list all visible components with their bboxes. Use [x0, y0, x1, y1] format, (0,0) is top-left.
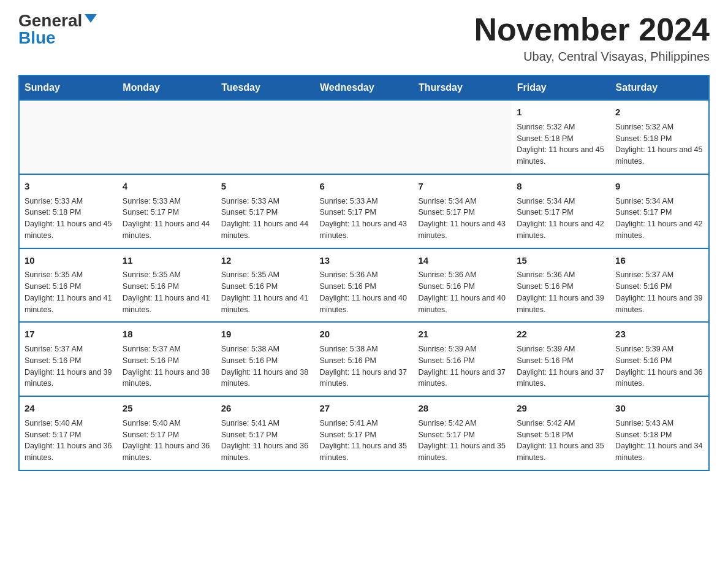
day-info: Sunrise: 5:33 AM Sunset: 5:17 PM Dayligh… [123, 196, 211, 242]
calendar-cell: 19Sunrise: 5:38 AM Sunset: 5:16 PM Dayli… [216, 322, 315, 396]
day-number: 11 [123, 254, 211, 267]
day-number: 28 [418, 402, 507, 415]
calendar-cell: 14Sunrise: 5:36 AM Sunset: 5:16 PM Dayli… [413, 248, 512, 323]
day-info: Sunrise: 5:35 AM Sunset: 5:16 PM Dayligh… [221, 269, 310, 315]
day-number: 2 [615, 105, 703, 119]
day-info: Sunrise: 5:35 AM Sunset: 5:16 PM Dayligh… [123, 269, 211, 315]
calendar-table: SundayMondayTuesdayWednesdayThursdayFrid… [18, 75, 710, 471]
col-header-sunday: Sunday [19, 75, 118, 100]
day-info: Sunrise: 5:32 AM Sunset: 5:18 PM Dayligh… [517, 121, 605, 167]
day-info: Sunrise: 5:34 AM Sunset: 5:17 PM Dayligh… [517, 196, 605, 242]
calendar-cell: 25Sunrise: 5:40 AM Sunset: 5:17 PM Dayli… [118, 396, 216, 470]
day-number: 16 [615, 254, 703, 267]
calendar-cell: 12Sunrise: 5:35 AM Sunset: 5:16 PM Dayli… [216, 248, 315, 323]
day-info: Sunrise: 5:42 AM Sunset: 5:18 PM Dayligh… [517, 418, 605, 464]
col-header-wednesday: Wednesday [315, 75, 414, 100]
calendar-cell: 26Sunrise: 5:41 AM Sunset: 5:17 PM Dayli… [216, 396, 315, 470]
day-number: 5 [221, 180, 310, 193]
day-info: Sunrise: 5:33 AM Sunset: 5:17 PM Dayligh… [320, 196, 409, 242]
day-number: 10 [25, 254, 113, 267]
logo-general-text: General [18, 12, 82, 29]
day-info: Sunrise: 5:39 AM Sunset: 5:16 PM Dayligh… [418, 343, 507, 389]
day-info: Sunrise: 5:38 AM Sunset: 5:16 PM Dayligh… [320, 343, 409, 389]
calendar-cell: 8Sunrise: 5:34 AM Sunset: 5:17 PM Daylig… [512, 174, 610, 248]
day-info: Sunrise: 5:34 AM Sunset: 5:17 PM Dayligh… [615, 196, 703, 242]
calendar-cell: 7Sunrise: 5:34 AM Sunset: 5:17 PM Daylig… [413, 174, 512, 248]
day-info: Sunrise: 5:36 AM Sunset: 5:16 PM Dayligh… [418, 269, 507, 315]
day-number: 13 [320, 254, 409, 267]
logo: General Blue [18, 12, 97, 47]
title-block: November 2024 Ubay, Central Visayas, Phi… [474, 12, 710, 64]
calendar-cell: 20Sunrise: 5:38 AM Sunset: 5:16 PM Dayli… [315, 322, 414, 396]
day-info: Sunrise: 5:39 AM Sunset: 5:16 PM Dayligh… [517, 343, 605, 389]
calendar-cell [315, 100, 414, 174]
day-info: Sunrise: 5:37 AM Sunset: 5:16 PM Dayligh… [123, 343, 211, 389]
calendar-cell: 24Sunrise: 5:40 AM Sunset: 5:17 PM Dayli… [19, 396, 118, 470]
calendar-cell: 10Sunrise: 5:35 AM Sunset: 5:16 PM Dayli… [19, 248, 118, 323]
calendar-cell: 9Sunrise: 5:34 AM Sunset: 5:17 PM Daylig… [610, 174, 709, 248]
calendar-week-row: 17Sunrise: 5:37 AM Sunset: 5:16 PM Dayli… [19, 322, 709, 396]
day-info: Sunrise: 5:41 AM Sunset: 5:17 PM Dayligh… [320, 418, 409, 464]
day-number: 17 [25, 327, 113, 341]
day-number: 4 [123, 180, 211, 193]
day-number: 26 [221, 402, 310, 415]
calendar-cell: 16Sunrise: 5:37 AM Sunset: 5:16 PM Dayli… [610, 248, 709, 323]
calendar-cell [118, 100, 216, 174]
calendar-cell: 1Sunrise: 5:32 AM Sunset: 5:18 PM Daylig… [512, 100, 610, 174]
day-info: Sunrise: 5:37 AM Sunset: 5:16 PM Dayligh… [25, 343, 113, 389]
day-number: 21 [418, 327, 507, 341]
calendar-header-row: SundayMondayTuesdayWednesdayThursdayFrid… [19, 75, 709, 100]
calendar-week-row: 3Sunrise: 5:33 AM Sunset: 5:18 PM Daylig… [19, 174, 709, 248]
calendar-week-row: 1Sunrise: 5:32 AM Sunset: 5:18 PM Daylig… [19, 100, 709, 174]
calendar-cell: 27Sunrise: 5:41 AM Sunset: 5:17 PM Dayli… [315, 396, 414, 470]
logo-triangle-icon [85, 14, 97, 23]
day-number: 7 [418, 180, 507, 193]
day-info: Sunrise: 5:33 AM Sunset: 5:18 PM Dayligh… [25, 196, 113, 242]
location-subtitle: Ubay, Central Visayas, Philippines [474, 50, 710, 64]
calendar-cell: 2Sunrise: 5:32 AM Sunset: 5:18 PM Daylig… [610, 100, 709, 174]
calendar-cell [19, 100, 118, 174]
col-header-thursday: Thursday [413, 75, 512, 100]
day-info: Sunrise: 5:43 AM Sunset: 5:18 PM Dayligh… [615, 418, 703, 464]
page-header: General Blue November 2024 Ubay, Central… [18, 12, 710, 64]
day-info: Sunrise: 5:41 AM Sunset: 5:17 PM Dayligh… [221, 418, 310, 464]
calendar-week-row: 10Sunrise: 5:35 AM Sunset: 5:16 PM Dayli… [19, 248, 709, 323]
day-info: Sunrise: 5:36 AM Sunset: 5:16 PM Dayligh… [320, 269, 409, 315]
calendar-cell: 18Sunrise: 5:37 AM Sunset: 5:16 PM Dayli… [118, 322, 216, 396]
calendar-cell: 23Sunrise: 5:39 AM Sunset: 5:16 PM Dayli… [610, 322, 709, 396]
calendar-cell: 13Sunrise: 5:36 AM Sunset: 5:16 PM Dayli… [315, 248, 414, 323]
day-number: 6 [320, 180, 409, 193]
day-number: 19 [221, 327, 310, 341]
day-number: 23 [615, 327, 703, 341]
day-number: 15 [517, 254, 605, 267]
day-info: Sunrise: 5:39 AM Sunset: 5:16 PM Dayligh… [615, 343, 703, 389]
calendar-cell: 6Sunrise: 5:33 AM Sunset: 5:17 PM Daylig… [315, 174, 414, 248]
calendar-cell: 21Sunrise: 5:39 AM Sunset: 5:16 PM Dayli… [413, 322, 512, 396]
day-number: 27 [320, 402, 409, 415]
day-info: Sunrise: 5:36 AM Sunset: 5:16 PM Dayligh… [517, 269, 605, 315]
day-number: 14 [418, 254, 507, 267]
col-header-tuesday: Tuesday [216, 75, 315, 100]
day-number: 22 [517, 327, 605, 341]
day-number: 1 [517, 105, 605, 119]
day-number: 3 [25, 180, 113, 193]
calendar-cell [216, 100, 315, 174]
calendar-cell: 15Sunrise: 5:36 AM Sunset: 5:16 PM Dayli… [512, 248, 610, 323]
calendar-cell: 5Sunrise: 5:33 AM Sunset: 5:17 PM Daylig… [216, 174, 315, 248]
day-info: Sunrise: 5:35 AM Sunset: 5:16 PM Dayligh… [25, 269, 113, 315]
day-number: 25 [123, 402, 211, 415]
day-number: 24 [25, 402, 113, 415]
day-number: 8 [517, 180, 605, 193]
month-title: November 2024 [474, 12, 710, 47]
day-info: Sunrise: 5:42 AM Sunset: 5:17 PM Dayligh… [418, 418, 507, 464]
day-number: 20 [320, 327, 409, 341]
calendar-cell: 22Sunrise: 5:39 AM Sunset: 5:16 PM Dayli… [512, 322, 610, 396]
calendar-cell: 29Sunrise: 5:42 AM Sunset: 5:18 PM Dayli… [512, 396, 610, 470]
day-info: Sunrise: 5:38 AM Sunset: 5:16 PM Dayligh… [221, 343, 310, 389]
day-info: Sunrise: 5:40 AM Sunset: 5:17 PM Dayligh… [123, 418, 211, 464]
calendar-cell: 30Sunrise: 5:43 AM Sunset: 5:18 PM Dayli… [610, 396, 709, 470]
day-number: 9 [615, 180, 703, 193]
day-number: 12 [221, 254, 310, 267]
calendar-cell: 28Sunrise: 5:42 AM Sunset: 5:17 PM Dayli… [413, 396, 512, 470]
day-info: Sunrise: 5:33 AM Sunset: 5:17 PM Dayligh… [221, 196, 310, 242]
